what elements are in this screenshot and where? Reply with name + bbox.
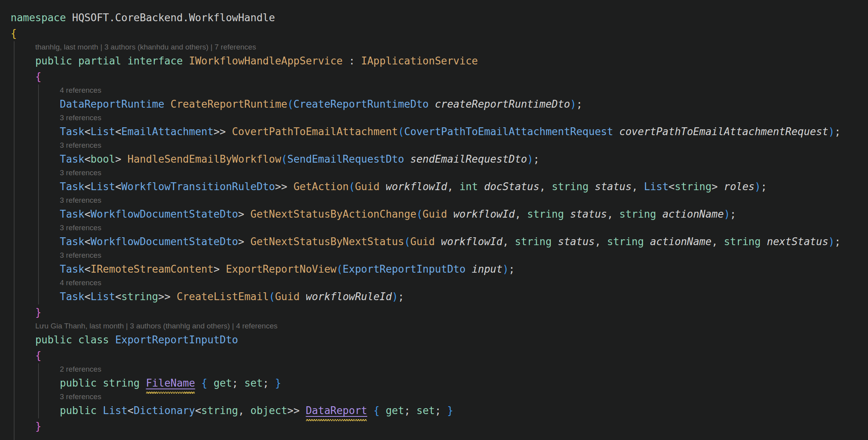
code-token-t: List — [91, 126, 115, 138]
code-token-x — [379, 405, 386, 416]
code-token-x — [404, 153, 410, 165]
code-token-k: get — [386, 405, 404, 416]
code-token-x — [72, 55, 79, 67]
code-token-x: < — [84, 181, 91, 192]
code-line[interactable]: public string FileName { get; set; } — [11, 375, 868, 391]
code-token-t: EmailAttachment — [121, 126, 214, 138]
code-token-t: List — [103, 405, 128, 416]
codelens-references-link[interactable]: 3 references — [60, 392, 101, 401]
code-token-p: sendEmailRequestDto — [410, 153, 527, 165]
codelens-line[interactable]: 3 references — [11, 167, 868, 179]
codelens-references-link[interactable]: 4 references — [60, 279, 101, 287]
code-line[interactable]: Task<WorkflowDocumentStateDto> GetNextSt… — [11, 206, 868, 222]
code-token-p: docStatus — [484, 181, 539, 192]
code-line[interactable]: Task<bool> HandleSendEmailByWorkflow(Sen… — [11, 151, 868, 167]
code-token-b2: { — [35, 71, 42, 82]
codelens-line[interactable]: 3 references — [11, 222, 868, 234]
code-token-x — [164, 98, 170, 110]
code-line[interactable]: Task<IRemoteStreamContent> ExportReportN… — [11, 261, 868, 277]
code-token-b3: ( — [416, 208, 423, 220]
code-token-k: string — [527, 208, 564, 220]
code-token-x — [97, 377, 103, 389]
code-token-x: < — [84, 263, 91, 275]
code-token-x — [435, 236, 441, 248]
code-token-b2: } — [35, 420, 42, 432]
code-token-b3: ) — [828, 236, 835, 248]
code-token-p: roles — [724, 181, 754, 192]
code-token-x — [589, 181, 595, 192]
codelens-line[interactable]: 3 references — [11, 139, 868, 151]
code-token-m: Guid — [355, 181, 380, 192]
code-editor[interactable]: namespace HQSOFT.CoreBackend.WorkflowHan… — [0, 0, 868, 440]
codelens-references-link[interactable]: 3 references — [60, 141, 101, 149]
codelens-line[interactable]: 4 references — [11, 84, 868, 96]
code-line[interactable]: public List<Dictionary<string, object>> … — [11, 403, 868, 418]
code-token-x — [761, 236, 767, 248]
code-token-b3: ( — [337, 263, 343, 275]
code-token-t: Task — [60, 263, 84, 275]
code-line[interactable]: Task<List<string>> CreateListEmail(Guid … — [11, 289, 868, 304]
code-token-b3: } — [275, 377, 281, 389]
code-line[interactable]: DataReportRuntime CreateReportRuntime(Cr… — [11, 96, 868, 112]
codelens-references-link[interactable]: 3 references — [60, 169, 101, 177]
code-token-x: < — [84, 153, 91, 165]
code-token-b3: ( — [404, 236, 410, 248]
code-token-x — [478, 181, 484, 192]
code-token-k: public — [60, 405, 97, 416]
code-token-x: , — [539, 181, 551, 192]
code-token-p: status — [558, 236, 595, 248]
codelens-references-link[interactable]: 3 references — [60, 224, 101, 232]
code-token-x — [429, 98, 435, 110]
codelens-line[interactable]: 3 references — [11, 391, 868, 403]
code-token-x: ; — [761, 181, 767, 192]
code-token-m: CreateReportRuntime — [170, 98, 287, 110]
codelens-line[interactable]: 4 references — [11, 277, 868, 289]
codelens-references-link[interactable]: thanhlg, last month | 3 authors (khanhdu… — [35, 43, 256, 51]
code-token-k: interface — [127, 55, 183, 67]
code-line[interactable]: { — [11, 69, 868, 84]
code-line[interactable]: } — [11, 418, 868, 434]
code-token-b3: ) — [527, 153, 533, 165]
editor-root: { "editor": { "background": "#1d1e1e", "… — [0, 0, 868, 440]
codelens-line[interactable]: 2 references — [11, 363, 868, 375]
codelens-line[interactable]: Lưu Gia Thanh, last month | 3 authors (t… — [11, 320, 868, 332]
codelens-references-link[interactable]: 3 references — [60, 251, 101, 259]
code-token-t: Task — [60, 208, 84, 220]
code-token-x: HQSOFT.CoreBackend.WorkflowHandle — [66, 12, 275, 24]
code-line[interactable]: { — [11, 348, 868, 363]
code-line[interactable]: { — [11, 26, 868, 41]
code-line[interactable]: Task<List<EmailAttachment>> CovertPathTo… — [11, 124, 868, 139]
codelens-line[interactable]: 3 references — [11, 112, 868, 124]
code-token-t: CovertPathToEmailAttachmentRequest — [404, 126, 613, 138]
code-token-p: status — [595, 181, 632, 192]
code-token-x: > — [712, 181, 724, 192]
code-token-x: ; — [435, 405, 447, 416]
code-token-x: < — [84, 126, 91, 138]
code-line[interactable]: namespace HQSOFT.CoreBackend.WorkflowHan… — [11, 10, 868, 26]
codelens-references-link[interactable]: 3 references — [60, 196, 101, 204]
code-line[interactable]: public partial interface IWorkflowHandle… — [11, 53, 868, 69]
code-token-x: , — [607, 208, 619, 220]
code-token-x: < — [84, 208, 91, 220]
code-token-p: workflowRuleId — [306, 291, 392, 302]
code-line[interactable]: public class ExportReportInputDto — [11, 332, 868, 348]
codelens-references-link[interactable]: 4 references — [60, 86, 101, 94]
codelens-line[interactable]: thanhlg, last month | 3 authors (khanhdu… — [11, 41, 868, 53]
code-line[interactable]: } — [11, 304, 868, 320]
code-line[interactable]: Task<List<WorkflowTransitionRuleDto>> Ge… — [11, 179, 868, 194]
code-line[interactable]: Task<WorkflowDocumentStateDto> GetNextSt… — [11, 234, 868, 249]
codelens-references-link[interactable]: 2 references — [60, 365, 101, 373]
codelens-line[interactable]: 3 references — [11, 194, 868, 206]
code-token-x: , — [238, 405, 250, 416]
code-token-p: workflowId — [453, 208, 515, 220]
code-token-x: ; — [404, 405, 416, 416]
code-token-k: public — [35, 55, 72, 67]
codelens-references-link[interactable]: Lưu Gia Thanh, last month | 3 authors (t… — [35, 322, 278, 330]
code-token-x: , — [447, 181, 460, 192]
code-token-k: set — [244, 377, 263, 389]
code-token-k: public — [35, 334, 72, 346]
code-token-t: WorkflowDocumentStateDto — [91, 236, 238, 248]
code-token-b3: ) — [502, 263, 509, 275]
codelens-references-link[interactable]: 3 references — [60, 114, 101, 122]
codelens-line[interactable]: 3 references — [11, 249, 868, 261]
